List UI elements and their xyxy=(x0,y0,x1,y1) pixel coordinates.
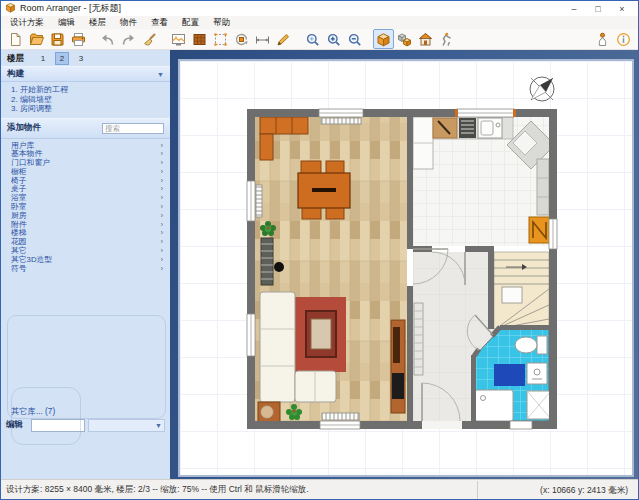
save-button[interactable] xyxy=(47,29,68,49)
corner-table[interactable] xyxy=(258,402,280,423)
undo-icon xyxy=(100,32,115,47)
dropdown-arrow-icon: ▼ xyxy=(155,420,162,431)
clean-brush-button[interactable] xyxy=(139,29,160,49)
menu-item-object[interactable]: 物件 xyxy=(113,16,144,29)
search-input[interactable] xyxy=(102,123,164,134)
undo-button[interactable] xyxy=(97,29,118,49)
build-header-label: 构建 xyxy=(7,68,24,80)
toolbar-separator xyxy=(160,30,168,48)
category-item[interactable]: 附件› xyxy=(11,221,163,230)
toolbar xyxy=(1,29,638,50)
edit-pencil-button[interactable] xyxy=(273,29,294,49)
view-3d-icon xyxy=(376,32,391,47)
zoom-in-icon xyxy=(326,32,341,47)
category-item[interactable]: 橱柜› xyxy=(11,168,163,177)
new-document-icon xyxy=(8,32,23,47)
floor-tab-1[interactable]: 1 xyxy=(36,52,50,65)
category-item[interactable]: 桌子› xyxy=(11,185,163,194)
open-folder-button[interactable] xyxy=(26,29,47,49)
home-3d-button[interactable] xyxy=(415,29,436,49)
snapshot-icon xyxy=(171,32,186,47)
bookshelf[interactable] xyxy=(261,238,273,285)
boiler[interactable] xyxy=(529,217,550,243)
new-document-button[interactable] xyxy=(5,29,26,49)
drawing-page[interactable] xyxy=(178,59,634,477)
category-item[interactable]: 椅子› xyxy=(11,177,163,186)
menu-item-help[interactable]: 帮助 xyxy=(206,16,237,29)
floor-plan[interactable] xyxy=(180,61,632,475)
build-step-2[interactable]: 2. 编辑墙壁 xyxy=(11,95,170,105)
select-points-button[interactable] xyxy=(210,29,231,49)
category-item[interactable]: 其它3D造型› xyxy=(11,256,163,265)
pointer-hand-button[interactable] xyxy=(592,29,613,49)
clean-brush-icon xyxy=(142,32,157,47)
view-3d-button[interactable] xyxy=(373,29,394,49)
toolbar-separator xyxy=(365,30,373,48)
category-item[interactable]: 浴室› xyxy=(11,194,163,203)
category-item[interactable]: 门口和窗户› xyxy=(11,159,163,168)
toolbar-separator xyxy=(89,30,97,48)
status-text: 设计方案: 8255 × 8400 毫米, 楼层: 2/3 -- 缩放: 75%… xyxy=(1,484,477,496)
kitchen-cabinets[interactable] xyxy=(537,159,549,215)
bath-mat xyxy=(494,364,525,386)
tv-cabinet[interactable] xyxy=(391,320,405,413)
sink xyxy=(527,363,547,384)
menu-item-floor[interactable]: 楼层 xyxy=(82,16,113,29)
object-preview-area xyxy=(1,275,170,405)
redo-icon xyxy=(121,32,136,47)
collapse-arrow-icon[interactable]: ▼ xyxy=(157,71,164,78)
rotate-object-button[interactable] xyxy=(231,29,252,49)
zoom-in-button[interactable] xyxy=(323,29,344,49)
preview-panel-outline xyxy=(11,387,81,445)
shower xyxy=(475,390,513,421)
category-item[interactable]: 符号› xyxy=(11,265,163,274)
build-section-header[interactable]: 构建 ▼ xyxy=(1,66,170,82)
radiator[interactable] xyxy=(322,413,359,420)
menu-item-design-plan[interactable]: 设计方案 xyxy=(3,16,51,29)
zoom-out-button[interactable] xyxy=(344,29,365,49)
menu-item-edit[interactable]: 编辑 xyxy=(51,16,82,29)
toilet-tank xyxy=(537,336,547,354)
minimize-button[interactable]: – xyxy=(562,2,586,16)
zoom-fit-button[interactable] xyxy=(302,29,323,49)
info-icon xyxy=(616,32,631,47)
build-step-3[interactable]: 3. 房间调整 xyxy=(11,104,170,114)
build-step-1[interactable]: 1. 开始新的工程 xyxy=(11,85,170,95)
walk-mode-button[interactable] xyxy=(436,29,457,49)
materials-button[interactable] xyxy=(189,29,210,49)
sidebar: 楼层 123 构建 ▼ 1. 开始新的工程2. 编辑墙壁3. 房间调整 添加物件… xyxy=(1,50,170,479)
edit-dropdown[interactable]: ▼ xyxy=(88,419,165,432)
redo-button[interactable] xyxy=(118,29,139,49)
category-item[interactable]: 卧室› xyxy=(11,203,163,212)
floor-tab-3[interactable]: 3 xyxy=(74,52,88,65)
menu-item-options[interactable]: 配置 xyxy=(175,16,206,29)
print-button[interactable] xyxy=(68,29,89,49)
menu-item-view[interactable]: 查看 xyxy=(144,16,175,29)
zoom-out-icon xyxy=(347,32,362,47)
maximize-button[interactable]: □ xyxy=(586,2,610,16)
category-item[interactable]: 厨房› xyxy=(11,212,163,221)
app-icon xyxy=(5,2,16,15)
canvas-area[interactable] xyxy=(170,50,638,479)
info-button[interactable] xyxy=(613,29,634,49)
hall-wardrobe[interactable] xyxy=(414,303,423,375)
title-bar: Room Arranger - [无标题] – □ × xyxy=(1,1,638,16)
coffee-table[interactable] xyxy=(306,311,336,357)
edit-pencil-icon xyxy=(276,32,291,47)
add-objects-header: 添加物件 xyxy=(1,118,170,139)
application-window: Room Arranger - [无标题] – □ × 设计方案编辑楼层物件查看… xyxy=(0,0,639,500)
objects-3d-button[interactable] xyxy=(394,29,415,49)
zoom-fit-icon xyxy=(305,32,320,47)
category-item[interactable]: 花园› xyxy=(11,238,163,247)
close-button[interactable]: × xyxy=(610,2,634,16)
category-item[interactable]: 楼梯› xyxy=(11,229,163,238)
category-label: 符号 xyxy=(11,265,27,274)
floor-tab-2[interactable]: 2 xyxy=(55,52,69,65)
add-objects-label: 添加物件 xyxy=(7,122,41,134)
menu-bar: 设计方案编辑楼层物件查看配置帮助 xyxy=(1,16,638,29)
snapshot-button[interactable] xyxy=(168,29,189,49)
floor-lamp[interactable] xyxy=(274,262,284,272)
measure-button[interactable] xyxy=(252,29,273,49)
floors-panel: 楼层 123 xyxy=(1,50,170,66)
home-3d-icon xyxy=(418,32,433,47)
